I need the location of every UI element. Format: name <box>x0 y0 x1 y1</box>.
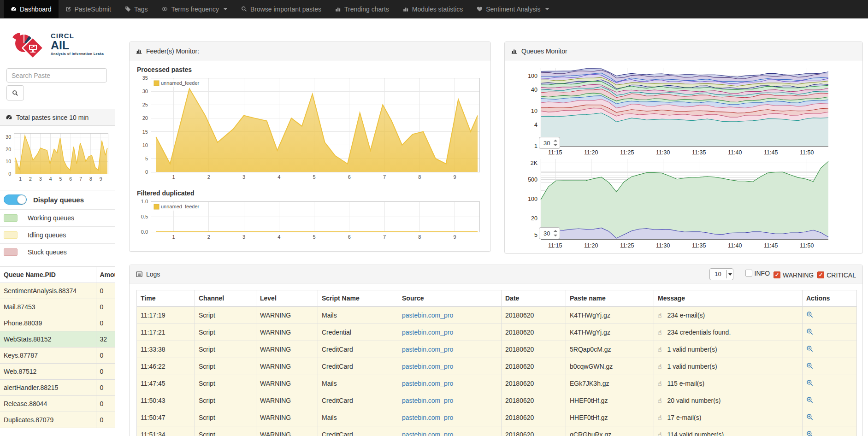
log-date: 20180620 <box>502 358 566 375</box>
queue-row[interactable]: Release.880440 <box>0 396 115 412</box>
log-time: 11:50:47 <box>137 409 195 426</box>
queue-row[interactable]: alertHandler.882150 <box>0 380 115 396</box>
search-plus-icon[interactable] <box>806 430 813 436</box>
svg-text:11:20: 11:20 <box>584 242 598 249</box>
queues-monitor-title: Queues Monitor <box>521 47 567 55</box>
hand-up-icon: ☝ <box>658 380 662 387</box>
svg-text:11:50: 11:50 <box>800 242 814 249</box>
log-time: 11:47:45 <box>137 375 195 392</box>
critical-checkbox[interactable] <box>817 271 824 278</box>
eye-icon <box>161 6 168 12</box>
nav-item-browse-important-pastes[interactable]: Browse important pastes <box>234 0 328 18</box>
svg-text:5: 5 <box>59 176 62 182</box>
queue-name: Release.88044 <box>0 396 96 412</box>
source-link[interactable]: pastebin.com_pro <box>402 363 453 370</box>
search-plus-icon[interactable] <box>806 311 813 319</box>
source-link[interactable]: pastebin.com_pro <box>402 397 453 404</box>
nav-items: DashboardPasteSubmitTagsTerms frequencyB… <box>0 0 556 18</box>
spinner-value: 30 <box>539 230 553 237</box>
svg-text:100: 100 <box>528 73 537 79</box>
search-plus-icon[interactable] <box>806 328 813 336</box>
log-message: ☝234 credentials found. <box>654 324 803 341</box>
queue-row[interactable]: WebStats.8815232 <box>0 331 115 348</box>
log-date: 20180620 <box>502 341 566 358</box>
log-channel: Script <box>195 341 256 358</box>
spinner-arrows-icon[interactable] <box>553 139 558 147</box>
source-link[interactable]: pastebin.com_pro <box>402 329 453 336</box>
search-plus-icon[interactable] <box>806 379 813 388</box>
total-pastes-title: Total pastes since 10 min <box>16 114 89 121</box>
nav-item-tags[interactable]: Tags <box>118 0 155 18</box>
search-button[interactable] <box>6 85 24 100</box>
source-link[interactable]: pastebin.com_pro <box>402 380 453 387</box>
queues-window-spinner-top[interactable]: 30 <box>539 137 560 149</box>
log-source: pastebin.com_pro <box>398 358 502 375</box>
log-source: pastebin.com_pro <box>398 306 502 324</box>
queue-row[interactable]: Web.875120 <box>0 364 115 380</box>
ail-dashboard-page: DashboardPasteSubmitTagsTerms frequencyB… <box>0 0 868 436</box>
log-level: WARNING <box>256 409 318 426</box>
search-icon <box>12 90 18 96</box>
logs-header-script-name: Script Name <box>318 290 398 307</box>
page-size-select[interactable]: 10 <box>709 268 733 280</box>
queue-row[interactable]: Duplicates.870790 <box>0 412 115 428</box>
nav-item-sentiment-analysis[interactable]: Sentiment Analysis <box>470 0 555 18</box>
queue-row[interactable]: Phone.880390 <box>0 315 115 331</box>
log-message: ☝1 valid number(s) <box>654 358 803 375</box>
search-plus-icon[interactable] <box>806 345 813 354</box>
total-pastes-body: 1234567890102030 <box>0 126 115 190</box>
svg-text:11:40: 11:40 <box>728 242 742 249</box>
svg-text:0.5: 0.5 <box>141 214 148 219</box>
svg-text:8: 8 <box>418 234 421 240</box>
search-paste-input[interactable] <box>6 68 107 82</box>
log-message: ☝17 e-mail(s) <box>654 409 803 426</box>
log-level: WARNING <box>256 426 318 436</box>
display-queues-toggle[interactable] <box>4 194 27 205</box>
hand-up-icon: ☝ <box>658 312 662 319</box>
svg-text:9: 9 <box>100 176 102 182</box>
bar-chart-icon <box>511 48 518 54</box>
legend-stuck-queues: Stuck queues <box>0 243 115 260</box>
search-plus-icon[interactable] <box>806 396 813 405</box>
queue-row[interactable]: Keys.877870 <box>0 348 115 364</box>
nav-item-terms-frequency[interactable]: Terms frequency <box>154 0 234 18</box>
filter-warning[interactable]: WARNING <box>774 271 814 279</box>
queues-window-spinner-bottom[interactable]: 30 <box>539 227 560 239</box>
search-plus-icon[interactable] <box>806 413 813 422</box>
filter-info[interactable]: INFO <box>745 270 770 277</box>
svg-text:11:15: 11:15 <box>548 242 562 249</box>
queue-row[interactable]: Mail.874530 <box>0 299 115 315</box>
nav-item-label: Modules statistics <box>412 6 463 13</box>
source-link[interactable]: pastebin.com_pro <box>402 312 453 319</box>
info-checkbox[interactable] <box>745 270 752 277</box>
nav-item-label: Tags <box>134 6 148 13</box>
queue-amount: 0 <box>96 412 115 428</box>
log-message: ☝1 valid number(s) <box>654 341 803 358</box>
filter-critical[interactable]: CRITICAL <box>817 271 856 279</box>
search-plus-icon[interactable] <box>806 362 813 371</box>
queue-row[interactable]: SentimentAnalysis.883740 <box>0 283 115 299</box>
log-paste-name: HHEF0tHf.gz <box>566 409 654 426</box>
spinner-arrows-icon[interactable] <box>553 229 558 237</box>
log-level: WARNING <box>256 358 318 375</box>
log-row: 11:51:34ScriptWARNINGCreditCardpastebin.… <box>137 426 857 436</box>
bar-chart-icon <box>136 48 142 54</box>
logs-table: TimeChannelLevelScript NameSourceDatePas… <box>136 290 857 436</box>
source-link[interactable]: pastebin.com_pro <box>402 346 453 353</box>
svg-text:10: 10 <box>6 159 11 164</box>
log-level: WARNING <box>256 324 318 341</box>
warning-checkbox[interactable] <box>774 271 780 278</box>
nav-item-label: Dashboard <box>20 6 52 13</box>
logs-header-channel: Channel <box>195 290 256 307</box>
log-time: 11:46:22 <box>137 358 195 375</box>
source-link[interactable]: pastebin.com_pro <box>402 414 453 421</box>
legend-idling-queues: Idling queues <box>0 226 115 243</box>
nav-item-modules-statistics[interactable]: Modules statistics <box>396 0 470 18</box>
nav-item-pastesubmit[interactable]: PasteSubmit <box>59 0 118 18</box>
log-level: WARNING <box>256 341 318 358</box>
log-level-filters: INFOWARNINGCRITICAL <box>742 270 856 279</box>
queue-name: Phone.88039 <box>0 315 96 331</box>
nav-item-trending-charts[interactable]: Trending charts <box>328 0 396 18</box>
source-link[interactable]: pastebin.com_pro <box>402 431 453 436</box>
nav-item-dashboard[interactable]: Dashboard <box>4 0 59 18</box>
